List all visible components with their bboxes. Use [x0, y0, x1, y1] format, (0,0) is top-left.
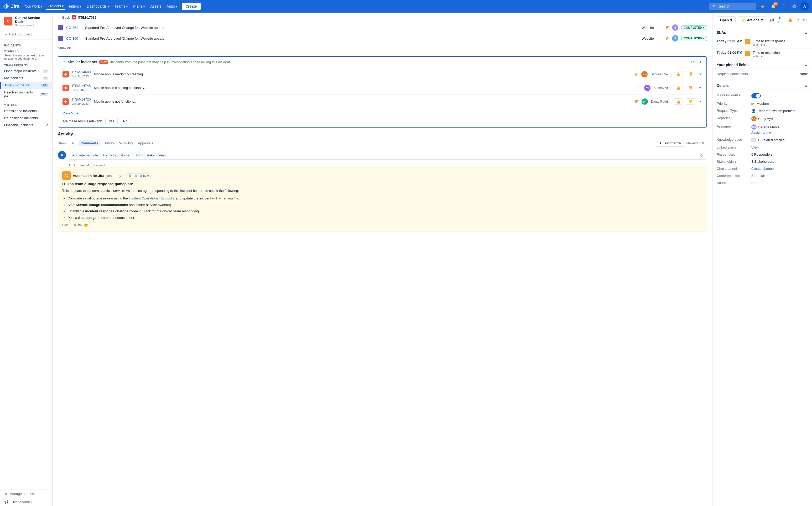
nav-your-work[interactable]: Your work ▾ [21, 3, 45, 9]
detail-assignee: Assignee SM Serena Mehta Assign to me [717, 123, 808, 136]
note-edit-link[interactable]: Edit [62, 223, 68, 227]
incident-date-2: Jun 29, 2023 [72, 102, 89, 105]
request-participants-label: Request participants [717, 72, 748, 76]
help-icon[interactable]: ❓ [780, 2, 788, 10]
yes-button[interactable]: Yes [105, 118, 118, 124]
thumbs-down-button-0[interactable]: 👎 [686, 71, 695, 77]
summarize-button[interactable]: ✦ Summarize [656, 140, 684, 147]
sim-assignee-avatar-1: SV [644, 85, 651, 91]
nav-assets[interactable]: Assets [148, 3, 163, 9]
reporter-value: CA Carly Aydin [751, 116, 776, 121]
chevron-icon: ▾ [761, 18, 763, 22]
incident-link-1[interactable]: ITSM-14748 [72, 84, 91, 88]
incident-title-1: Mobile app is crashing constantly. [94, 86, 635, 90]
thumbs-up-button-0[interactable]: 👍 [674, 71, 683, 77]
thumbs-down-button-2[interactable]: 👎 [686, 98, 695, 105]
more-options-button[interactable] [690, 60, 696, 64]
view-alerts-link[interactable]: View [751, 145, 759, 149]
tab-approvals[interactable]: Approvals [136, 140, 155, 146]
user-avatar[interactable]: A [800, 2, 809, 10]
notifications-icon[interactable]: 🔔 9+ [769, 2, 777, 10]
collapse-icon[interactable]: ▲ [698, 60, 702, 64]
external-link-icon: ↗ [46, 123, 48, 127]
top-navigation: Jira Your work ▾ Projects ▾ Filters ▾ Da… [0, 0, 812, 13]
slas-section-header: SLAs ▲ [713, 27, 812, 37]
thumbs-up-button-2[interactable]: 👍 [674, 98, 683, 105]
change-ticket-id-1[interactable]: CO-360 [66, 36, 82, 40]
breadcrumb-bar: ← Back ITSM-17032 [53, 13, 712, 22]
activity-title: Activity [58, 132, 707, 137]
breadcrumb-ticket: ITSM-17032 [72, 15, 97, 19]
change-ticket-id-0[interactable]: CO-361 [66, 26, 82, 30]
expand-button-0[interactable]: ▾ [698, 71, 702, 77]
assign-to-me-link[interactable]: Assign to me [751, 131, 771, 135]
sidebar-item-my-incidents[interactable]: My incidents 0 [0, 75, 52, 82]
nav-filters[interactable]: Filters ▾ [67, 3, 83, 9]
actions-button[interactable]: ⚡ Actions ▾ [738, 16, 766, 24]
sidebar-item-unassigned[interactable]: Unassigned incidents [0, 107, 52, 114]
detail-linked-alerts: Linked alerts View [717, 144, 808, 151]
add-internal-note-link[interactable]: Add internal note [72, 153, 98, 157]
back-button[interactable]: ← Back [58, 15, 70, 19]
tab-all[interactable]: All [69, 140, 77, 146]
settings-icon[interactable]: ⚙️ [790, 2, 798, 10]
more-icon[interactable]: ••• [802, 17, 808, 23]
jira-logo[interactable]: Jira [3, 3, 19, 9]
open-status-button[interactable]: Open ▾ [717, 16, 736, 24]
tab-comments[interactable]: Comments [79, 140, 100, 146]
incident-link-2[interactable]: ITSM-14720 [72, 97, 91, 101]
svg-text:SV: SV [646, 87, 649, 89]
view-more-link[interactable]: View More [63, 111, 79, 115]
nav-plans[interactable]: Plans ▾ [131, 3, 147, 9]
create-button[interactable]: Create [182, 3, 201, 10]
back-to-project[interactable]: ← Back to project [0, 30, 52, 38]
announce-icon[interactable]: 📢 [768, 17, 775, 23]
major-incident-toggle[interactable] [751, 93, 761, 98]
jira-labs-icon[interactable]: ⚡ [758, 2, 767, 10]
sidebar-item-open-incidents[interactable]: Open incidents 24 [0, 82, 52, 89]
project-name: Central Service Desk [15, 16, 48, 24]
expand-button-1[interactable]: ▾ [698, 85, 702, 91]
tab-history[interactable]: History [101, 140, 116, 146]
linked-alerts-label: Linked alerts [717, 145, 748, 149]
thumbs-down-button-1[interactable]: 👎 [686, 85, 695, 91]
slas-toggle[interactable]: ▲ [804, 30, 808, 35]
nav-apps[interactable]: Apps ▾ [164, 3, 179, 9]
runbooks-link[interactable]: Incident Operations Runbooks [129, 196, 175, 200]
nav-dashboards[interactable]: Dashboards ▾ [85, 3, 112, 9]
details-toggle[interactable]: ▲ [804, 83, 808, 88]
inform-stakeholders-link[interactable]: Inform stakeholders [136, 153, 166, 157]
status-badge-1[interactable]: COMPLETED ▾ [681, 36, 707, 41]
source-label: Source [717, 181, 748, 185]
share-icon[interactable]: ↗ [795, 17, 800, 23]
assignee-avatar-0: S [672, 24, 678, 31]
reply-to-customer-link[interactable]: Reply to customer [103, 153, 131, 157]
pinned-toggle[interactable]: ▲ [804, 63, 808, 67]
nav-projects[interactable]: Projects ▾ [46, 3, 66, 10]
thumbs-up-button-1[interactable]: 👍 [674, 85, 683, 91]
expand-button-2[interactable]: ▾ [698, 98, 702, 104]
thumbsup-icon[interactable]: 👍 [787, 17, 793, 23]
status-badge-0[interactable]: COMPLETED ▾ [681, 25, 707, 30]
sort-dropdown[interactable]: Newest first ↕ [686, 141, 707, 145]
sidebar-item-open-major[interactable]: Open major incidents 0 [0, 68, 52, 75]
no-button[interactable]: No [120, 118, 131, 124]
sidebar-item-opsgenie[interactable]: Opsgenie incidents ↗ [0, 121, 52, 129]
search-bar[interactable]: 🔍 Search [709, 3, 756, 10]
sidebar-item-reassigned[interactable]: Re-assigned incidents [0, 114, 52, 121]
watch-icon[interactable]: 👁 1 [777, 15, 785, 25]
attach-icon[interactable]: 📎 [699, 153, 704, 157]
tab-worklog[interactable]: Work log [117, 140, 135, 146]
emoji-icon[interactable]: 🙂 [84, 223, 88, 227]
create-channel-link[interactable]: Create channel [751, 167, 774, 171]
sidebar-item-resolved-incidents[interactable]: Resolved incidents (la... 238 [0, 89, 52, 100]
give-feedback-link[interactable]: 📢 Give feedback [0, 498, 52, 506]
show-all-link[interactable]: Show all [58, 44, 71, 52]
start-call-link[interactable]: Start call [751, 174, 765, 178]
note-item-3: Post a Statuspage incident announcement [68, 215, 703, 221]
note-delete-link[interactable]: Delete [73, 223, 82, 227]
incident-link-0[interactable]: ITSM-14609 [72, 70, 91, 74]
nav-teams[interactable]: Teams ▾ [113, 3, 130, 9]
manage-queues-link[interactable]: ⚙ Manage queues [0, 490, 52, 498]
incident-title-2: Mobile app is not functional. [94, 99, 632, 103]
